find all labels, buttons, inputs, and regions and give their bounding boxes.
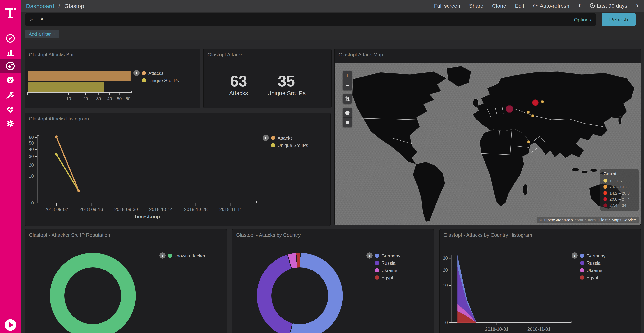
legend-hist-item-unique-src-ips[interactable]: Unique Src IPs [271,142,308,149]
legend-dot [375,261,379,265]
legend-dot [603,191,607,195]
ems-link[interactable]: Elastic Maps Service [598,217,637,222]
legend-label: 27.4 – 34 [610,203,626,208]
map-attack-point [541,100,544,103]
legend-toggle-icon[interactable]: › [572,252,578,259]
panel-title[interactable]: Glastopf Attack Map [335,49,640,60]
time-back-button[interactable]: ‹ [578,2,581,9]
attribution-text: contributors, [574,217,598,222]
app-root: Dashboard / Glastopf Full screenShareClo… [0,0,644,333]
legend-label: Unique Src IPs [278,143,308,148]
compass-icon [5,33,15,43]
attacks-histogram-chart: 01020304050602018-09-022018-09-162018-09… [25,113,330,226]
legend-dot [580,275,584,280]
panel-title[interactable]: Glastopf Attacks [204,49,331,60]
sidebar-item-management[interactable] [0,117,21,130]
legend-chist-item-germany[interactable]: Germany [580,252,606,259]
legend-bar-item-attacks[interactable]: Attacks [142,70,179,77]
draw-polygon-icon[interactable] [343,108,352,117]
lion-icon [5,75,15,85]
sidebar-item-discover[interactable] [0,32,21,45]
legend-label: 14.2 – 20.8 [610,191,630,195]
svg-text:2018-09-02: 2018-09-02 [45,207,68,212]
query-prompt-icon: >_ [30,17,36,22]
options-link[interactable]: Options [574,17,591,23]
world-map-landmass [335,63,640,225]
plus-icon: + [53,31,56,37]
refresh-button[interactable]: Refresh [602,13,636,26]
svg-text:60: 60 [126,96,130,101]
svg-text:30: 30 [29,154,34,159]
time-forward-button[interactable]: › [636,2,639,9]
menu-item-full-screen[interactable]: Full screen [434,3,460,9]
menu-item-auto-refresh[interactable]: ⟳Auto-refresh [533,2,569,9]
world-map[interactable] [335,63,640,225]
country-histogram-chart: 01020302018-10-012018-11-01Timestamp [440,229,641,333]
panel-attacks-histogram: Glastopf Attacks Histogram 0102030405060… [24,113,331,226]
map-attack-point [506,105,513,113]
menu-item-edit[interactable]: Edit [515,3,524,9]
osm-link[interactable]: OpenStreetMap [544,217,574,222]
zoom-in-button[interactable]: + [343,71,352,81]
map-legend-item: 14.2 – 20.8 [603,190,636,196]
sidebar-item-dev-tools[interactable] [0,89,21,103]
legend-toggle-icon[interactable]: › [366,252,372,259]
menu-item-clone[interactable]: Clone [492,3,506,9]
heart-pulse-icon [5,105,15,115]
breadcrumb: Dashboard / Glastopf [26,3,86,9]
legend-label: 7.6 – 14.2 [610,185,627,189]
legend-label: 1 – 7.6 [610,178,622,183]
svg-text:10: 10 [29,174,34,179]
map-count-legend: Count 1 – 7.67.6 – 14.214.2 – 20.820.8 –… [600,169,639,211]
panel-title[interactable]: Glastopf - Attacks by Country [232,229,434,240]
legend-country-item-egypt[interactable]: Egypt [375,274,400,281]
legend-hist-item-attacks[interactable]: Attacks [271,134,308,142]
draw-rectangle-icon[interactable] [343,117,352,127]
map-attack-point [532,99,538,106]
menu-item-share[interactable]: Share [469,3,484,9]
sidebar-item-monitoring[interactable] [0,103,21,117]
gear-icon [5,119,15,129]
legend-dot [580,261,584,265]
legend-chist-item-egypt[interactable]: Egypt [580,274,606,281]
legend-label: 20.8 – 27.4 [610,197,630,201]
legend-label: Germany [586,253,606,258]
legend-country-item-germany[interactable]: Germany [375,252,400,259]
panel-title[interactable]: Glastopf - Attacker Src IP Reputation [25,229,226,240]
legend-rep-item-known-attacker[interactable]: known attacker [168,252,205,259]
legend-toggle-icon[interactable]: › [134,70,140,76]
svg-text:0: 0 [445,320,448,325]
legend-chist-item-russia[interactable]: Russia [580,259,606,267]
legend-bar-item-unique-src-ips[interactable]: Unique Src IPs [142,77,179,84]
search-input[interactable]: >_ * Options [25,14,596,26]
sidebar-item-timelion[interactable] [0,73,21,87]
crop-icon[interactable] [343,94,352,104]
map-zoom-controls: + − [343,71,352,90]
sidebar-item-dashboard[interactable] [0,59,21,73]
map-legend-item: 1 – 7.6 [603,178,636,184]
legend-country-item-russia[interactable]: Russia [375,259,400,267]
sidebar-item-visualize[interactable] [0,45,21,59]
svg-text:50: 50 [29,141,34,146]
add-filter-button[interactable]: Add a filter + [25,30,59,38]
legend-country-item-ukraine[interactable]: Ukraine [375,267,400,274]
query-text[interactable]: * [41,17,574,23]
sidebar-collapse-button[interactable] [4,319,16,331]
legend-dot [375,275,379,280]
map-legend-item: 20.8 – 27.4 [603,196,636,202]
telekom-logo[interactable] [0,0,21,25]
svg-text:0: 0 [31,200,34,205]
zoom-out-button[interactable]: − [343,81,352,90]
legend-dot [168,254,172,258]
legend-toggle-icon[interactable]: › [160,252,166,259]
breadcrumb-separator: / [58,3,60,9]
metric-value: 35 [267,73,306,89]
legend-chist-item-ukraine[interactable]: Ukraine [580,267,606,274]
reputation-donut-chart [50,253,136,333]
svg-text:40: 40 [107,96,112,101]
breadcrumb-dashboard[interactable]: Dashboard [26,3,54,9]
legend-toggle-icon[interactable]: › [262,135,269,141]
legend-country-histogram: ›GermanyRussiaUkraineEgypt [572,252,606,281]
legend-label: Attacks [148,70,164,76]
time-range-picker[interactable]: Last 90 days [590,3,627,9]
